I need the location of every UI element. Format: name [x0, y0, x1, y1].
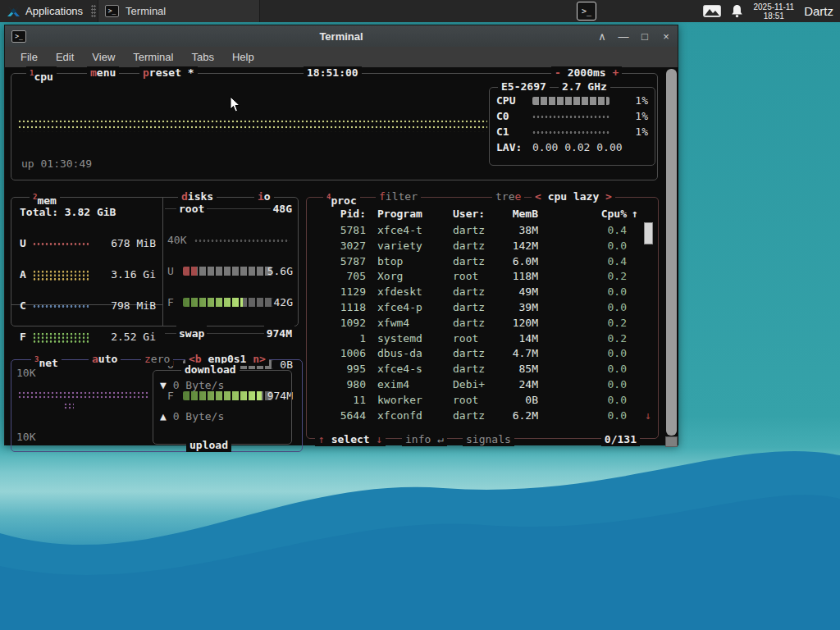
cpu-core0-meter	[532, 115, 609, 119]
disk-swap-header: swap 974M	[163, 326, 298, 341]
window-title: Terminal	[5, 30, 678, 43]
disk-root-io-row: 40K	[163, 232, 298, 248]
process-row[interactable]: 980 exim4 Debi+ 24M 0.0	[307, 377, 658, 393]
maximize-button[interactable]: □	[638, 30, 651, 43]
process-cpu-graph	[541, 415, 589, 418]
cpu-menu-button[interactable]: menu	[87, 66, 119, 80]
disk-root-free-bar	[183, 298, 273, 307]
cpu-freq-label: 2.7 GHz	[559, 80, 610, 94]
net-traffic-spike	[64, 403, 74, 410]
btop-mem-box: 2mem disks io Total: 3.82 GiB U 678 MiB …	[11, 197, 299, 326]
process-row[interactable]: 1129 xfdeskt dartz 49M 0.0	[307, 285, 658, 300]
minimize-button[interactable]: —	[617, 30, 630, 43]
terminal-launcher-icon[interactable]: >_	[577, 2, 596, 21]
menubar-item[interactable]: Edit	[48, 49, 81, 65]
terminal-task-icon: >_	[105, 5, 119, 17]
process-cpu-graph	[541, 230, 589, 233]
upload-speed: ▲ 0 Byte/s	[160, 410, 224, 422]
clock-date: 2025-11-11	[753, 2, 794, 11]
disk-root-header: root 48G	[163, 201, 298, 217]
process-row[interactable]: 5787 btop dartz 6.0M 0.4	[307, 254, 658, 270]
clock-time: 18:51	[753, 11, 794, 21]
wallpaper-changer-icon[interactable]	[703, 5, 721, 17]
terminal-scrollbar[interactable]	[666, 69, 677, 436]
proc-sort-selector[interactable]: < cpu lazy >	[532, 190, 615, 203]
process-cpu-graph	[541, 368, 589, 372]
menubar-item[interactable]: File	[13, 49, 45, 65]
cpu-core1-meter	[532, 130, 609, 135]
process-row[interactable]: 995 xfce4-s dartz 85M 0.0	[307, 362, 658, 377]
process-cpu-graph	[541, 399, 589, 403]
proc-filter-button[interactable]: filter	[376, 190, 421, 203]
menubar-item[interactable]: View	[84, 49, 122, 65]
process-row[interactable]: 3027 variety dartz 142M 0.0	[307, 239, 658, 254]
net-zero-button[interactable]: zero	[141, 353, 173, 366]
process-cpu-graph	[541, 384, 589, 387]
process-row[interactable]: 5781 xfce4-t dartz 38M 0.4	[307, 223, 658, 239]
process-row[interactable]: 1006 dbus-da dartz 4.7M 0.0	[307, 346, 658, 362]
btop-cpu-box: 1cpu menu preset * 18:51:00 - 2000ms + u…	[11, 73, 658, 180]
cpu-total-row: CPU 1%	[490, 93, 655, 108]
rollup-button[interactable]: ∧	[596, 30, 609, 43]
taskbar-button-terminal[interactable]: >_ Terminal	[98, 0, 260, 22]
cpu-box-title[interactable]: 1cpu	[26, 66, 57, 84]
panel-clock[interactable]: 2025-11-11 18:51	[753, 2, 794, 21]
net-scale-top: 10K	[16, 367, 35, 379]
process-row[interactable]: 1118 xfce4-p dartz 39M 0.0	[307, 300, 658, 316]
cpu-interval-control[interactable]: - 2000ms +	[551, 66, 622, 80]
username-label[interactable]: Dartz	[804, 4, 837, 18]
proc-tree-button[interactable]: tree	[492, 190, 524, 203]
scroll-down-arrow-icon[interactable]: ↓	[645, 409, 651, 422]
disk-root-used-row: U 5.6G	[163, 263, 298, 279]
disk-io-graph	[194, 239, 290, 243]
cpu-usage-graph	[18, 120, 487, 132]
applications-label: Applications	[25, 5, 83, 17]
process-cpu-graph	[541, 291, 589, 294]
net-box-title[interactable]: 3net	[31, 353, 62, 370]
process-cpu-graph	[541, 353, 589, 356]
cpu-preset-button[interactable]: preset *	[139, 66, 198, 80]
process-cpu-graph	[541, 338, 589, 341]
process-cpu-graph	[541, 322, 589, 326]
process-row[interactable]: 705 Xorg root 118M 0.2	[307, 269, 658, 285]
terminal-content: 1cpu menu preset * 18:51:00 - 2000ms + u…	[6, 67, 678, 445]
system-tray: 2025-11-11 18:51 Dartz	[703, 0, 837, 22]
cpu-clock: 18:51:00	[304, 66, 362, 80]
col-mem: MemB	[494, 206, 538, 221]
menubar-item[interactable]: Tabs	[184, 49, 221, 65]
window-menubar: FileEditViewTerminalTabsHelp	[5, 47, 678, 67]
process-row[interactable]: 1 systemd root 14M 0.2	[307, 331, 658, 347]
applications-menu-button[interactable]: Applications	[0, 0, 89, 22]
process-cpu-graph	[541, 307, 589, 310]
proc-select-control[interactable]: ↑ select ↓	[315, 433, 386, 446]
disk-root-used-bar	[183, 267, 273, 276]
process-row[interactable]: 11 kworker root 0B 0.0	[307, 393, 658, 409]
net-scale-bottom: 10K	[16, 431, 35, 443]
menubar-item[interactable]: Help	[225, 49, 262, 65]
proc-count-label: 0/131	[601, 433, 640, 446]
cpu-model-label: E5-2697	[498, 80, 550, 94]
panel-grip-handle[interactable]	[91, 5, 96, 18]
proc-scrollbar-thumb[interactable]	[644, 222, 653, 244]
proc-table-header: Pid: Program User: MemB Cpu% ↑	[307, 206, 658, 221]
mouse-cursor	[230, 96, 241, 113]
cpu-core1-row: C1 1%	[490, 124, 655, 139]
process-row[interactable]: 1092 xfwm4 dartz 120M 0.2	[307, 316, 658, 331]
cpu-loadavg-row: LAV: 0.00 0.02 0.00	[490, 139, 655, 155]
close-button[interactable]: ×	[660, 30, 673, 43]
disk-root-free-row: F 42G	[163, 294, 298, 310]
net-traffic-graph	[18, 391, 149, 399]
btop-proc-box: 4proc filter tree < cpu lazy > Pid: Prog…	[306, 197, 659, 439]
menubar-item[interactable]: Terminal	[126, 49, 180, 65]
terminal-scrollbar-button[interactable]	[665, 436, 678, 447]
net-auto-button[interactable]: auto	[89, 353, 121, 366]
loadavg-values: 0.00 0.02 0.00	[532, 139, 623, 155]
proc-box-title[interactable]: 4proc	[323, 190, 360, 208]
proc-signals-control[interactable]: signals	[463, 433, 514, 446]
sort-up-arrow-icon: ↑	[632, 206, 638, 221]
process-row[interactable]: 5644 xfconfd dartz 6.2M 0.0	[307, 409, 658, 424]
process-cpu-graph	[541, 245, 589, 249]
notification-bell-icon[interactable]	[731, 4, 743, 18]
proc-info-control[interactable]: info ↵	[402, 433, 447, 446]
window-titlebar[interactable]: >_ Terminal ∧ — □ ×	[5, 25, 678, 47]
